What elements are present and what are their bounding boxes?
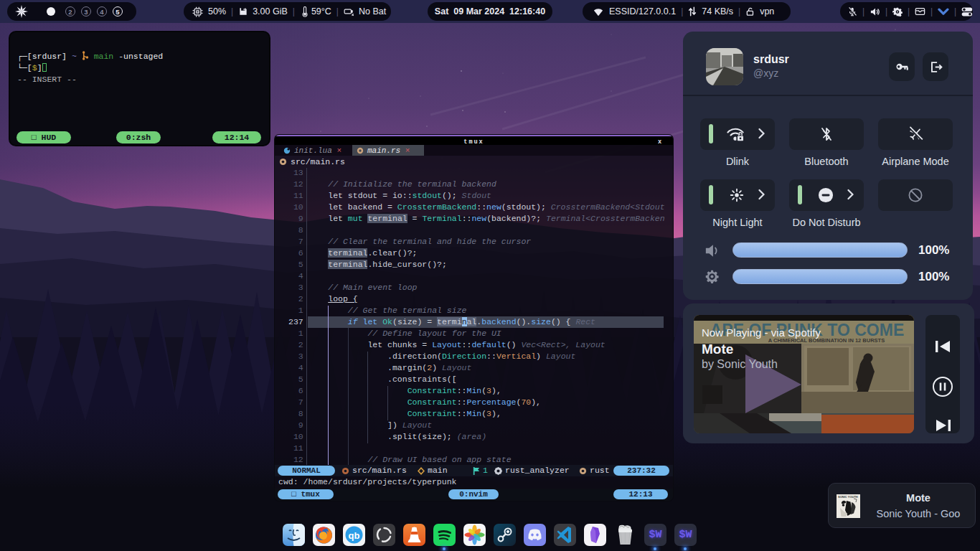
svg-text:qb: qb [349,530,360,541]
svg-text:SONIC YOUTH: SONIC YOUTH [838,495,858,499]
